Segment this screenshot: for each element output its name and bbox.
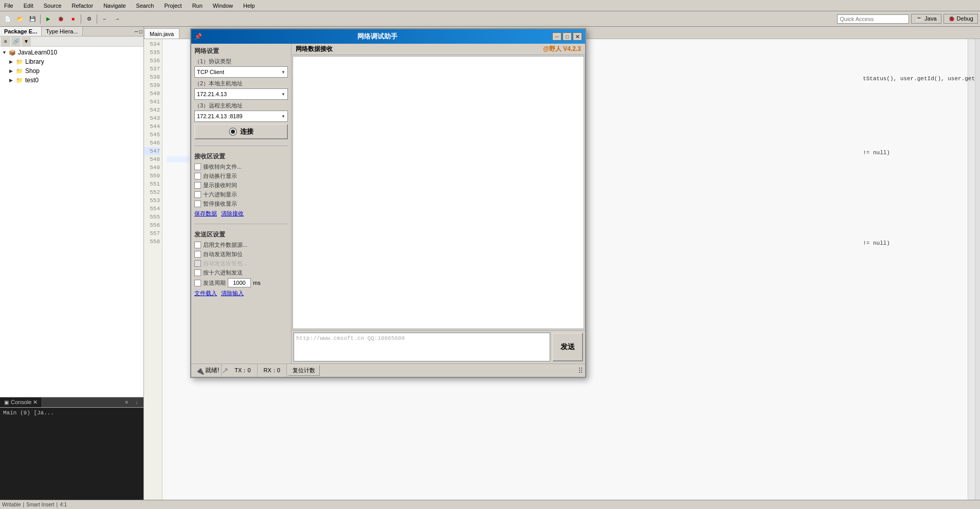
new-button[interactable]: 📄 [2,13,13,25]
period-input[interactable] [228,278,251,287]
cb-label-pause: 暂停接收显示 [203,200,237,208]
reset-count-button[interactable]: 复位计数 [288,365,320,376]
status-tx: TX：0 [228,364,257,377]
tree-item-javalearn010[interactable]: ▼ 📦 JavaLearn010 [0,48,143,57]
cb-row-period: 发送周期 ms [194,278,288,287]
save-button[interactable]: 💾 [27,13,38,25]
open-button[interactable]: 📂 [14,13,26,25]
cb-row-time: 显示接收时间 [194,181,288,189]
cb-period[interactable] [194,280,201,286]
receive-settings-title: 接收区设置 [194,152,288,161]
console-tab[interactable]: ▣ Console ✕ [0,397,42,407]
menu-file[interactable]: File [2,2,15,10]
console-content: Main (9) [Ja... [0,408,143,500]
forward-button[interactable]: → [112,13,123,25]
menu-help[interactable]: Help [241,2,257,10]
send-btn-label: 发送 [560,342,575,352]
remote-host-value: 172.21.4.13 :8189 [197,113,243,119]
build-button[interactable]: ⚙ [83,13,95,25]
cb-wrap[interactable] [194,173,201,179]
debug-button[interactable]: 🐞 [55,13,66,25]
menu-source[interactable]: Source [42,2,64,10]
java-perspective-btn[interactable]: ☕ Java [911,14,941,24]
link-editor-icon[interactable]: 🔗 [11,37,21,46]
run-button[interactable]: ▶ [43,13,54,25]
cb-label-append: 自动发送附加位 [203,250,243,258]
stop-button[interactable]: ■ [67,13,79,25]
dialog-titlebar: 📌 网络调试助手 ─ □ ✕ [191,29,585,44]
tree-item-test0[interactable]: ▶ 📁 test0 [0,76,143,85]
minimize-sidebar-icon[interactable]: ─ [135,29,138,34]
cb-auto-reply[interactable] [194,260,201,267]
debug-perspective-btn[interactable]: 🐞 Debug [943,14,978,24]
separator-1 [40,14,41,24]
menu-edit[interactable]: Edit [22,2,35,10]
send-button[interactable]: 发送 [552,333,583,361]
menu-refactor[interactable]: Refactor [70,2,96,10]
dialog-minimize-btn[interactable]: ─ [552,32,561,41]
tree-label-javalearn010: JavaLearn010 [18,49,57,56]
console-tab-label: Console ✕ [11,399,38,406]
connect-button[interactable]: 连接 [194,124,288,139]
menu-bar: File Edit Source Refactor Navigate Searc… [0,0,980,11]
local-host-combo[interactable]: 172.21.4.13 ▼ [194,88,288,100]
cb-row-append: 自动发送附加位 [194,250,288,258]
cb-file[interactable] [194,163,201,170]
separator-2 [81,14,81,24]
maximize-sidebar-icon[interactable]: □ [139,29,142,34]
tree-item-shop[interactable]: ▶ 📁 Shop [0,66,143,76]
local-host-label: （2）本地主机地址 [194,80,288,87]
cb-append[interactable] [194,251,201,258]
status-ready-icon: 🔌 [195,367,204,375]
receive-settings-section: 接收区设置 接收转向文件... 自动换行显示 显示接收时间 [194,152,288,217]
cb-pause[interactable] [194,201,201,207]
menu-navigate[interactable]: Navigate [101,2,128,10]
dialog-maximize-btn[interactable]: □ [562,32,572,41]
cb-label-hex-send: 按十六进制发送 [203,269,243,277]
cb-label-wrap: 自动换行显示 [203,172,237,180]
cb-row-wrap: 自动换行显示 [194,172,288,180]
clear-receive-link[interactable]: 清除接收 [221,210,244,217]
editor-tab-main[interactable]: Main.java [144,28,179,39]
receive-header: 网络数据接收 @野人 V4.2.3 [292,44,585,55]
console-scroll-icon[interactable]: ↓ [132,398,141,407]
dialog-close-btn[interactable]: ✕ [573,32,582,41]
dialog-pin-icon[interactable]: 📌 [194,33,202,40]
cb-hex-send[interactable] [194,269,201,276]
network-settings-section: 网络设置 （1）协议类型 TCP Client ▼ （2）本地主机地址 172.… [194,47,288,139]
send-links: 文件载入 清除输入 [194,289,288,297]
send-settings-title: 发送区设置 [194,230,288,239]
receive-text-area[interactable] [293,56,584,329]
back-button[interactable]: ← [99,13,111,25]
dialog-right-panel: 网络数据接收 @野人 V4.2.3 http://www.cmsoft.cn Q… [292,44,585,363]
vertical-scrollbar[interactable] [975,39,980,500]
send-input-field[interactable]: http://www.cmsoft.cn QQ:10865600 [294,333,550,361]
collapse-all-icon[interactable]: ≡ [1,37,10,46]
protocol-combo[interactable]: TCP Client ▼ [194,66,288,78]
sidebar-tab-type-hierarchy[interactable]: Type Hiera... [42,27,82,36]
cb-file-source[interactable] [194,242,201,248]
menu-window[interactable]: Window [211,2,235,10]
status-ready: 🔌 就绪! [193,364,222,377]
console-clear-icon[interactable]: ✕ [122,398,131,407]
status-ready-text: 就绪! [205,366,219,375]
file-load-link[interactable]: 文件载入 [194,289,217,297]
network-settings-title: 网络设置 [194,47,288,56]
remote-host-combo[interactable]: 172.21.4.13 :8189 ▼ [194,111,288,122]
clear-input-link[interactable]: 清除输入 [221,289,244,297]
receive-version: @野人 V4.2.3 [543,45,581,53]
save-data-link[interactable]: 保存数据 [194,210,217,217]
ide-status-separator2: | [57,502,58,507]
menu-run[interactable]: Run [190,2,205,10]
sidebar-menu-icon[interactable]: ▼ [22,37,31,46]
cb-time[interactable] [194,182,201,189]
sidebar-tab-package-explorer[interactable]: Package E... [0,27,42,36]
quick-access-input[interactable] [837,14,909,24]
cb-hex[interactable] [194,191,201,198]
menu-project[interactable]: Project [162,2,184,10]
right-gutter [968,39,975,500]
menu-search[interactable]: Search [134,2,156,10]
tree-item-library[interactable]: ▶ 📁 Library [0,57,143,66]
cb-row-file-source: 启用文件数据源... [194,241,288,249]
quick-access-box: ☕ Java 🐞 Debug [837,14,978,24]
